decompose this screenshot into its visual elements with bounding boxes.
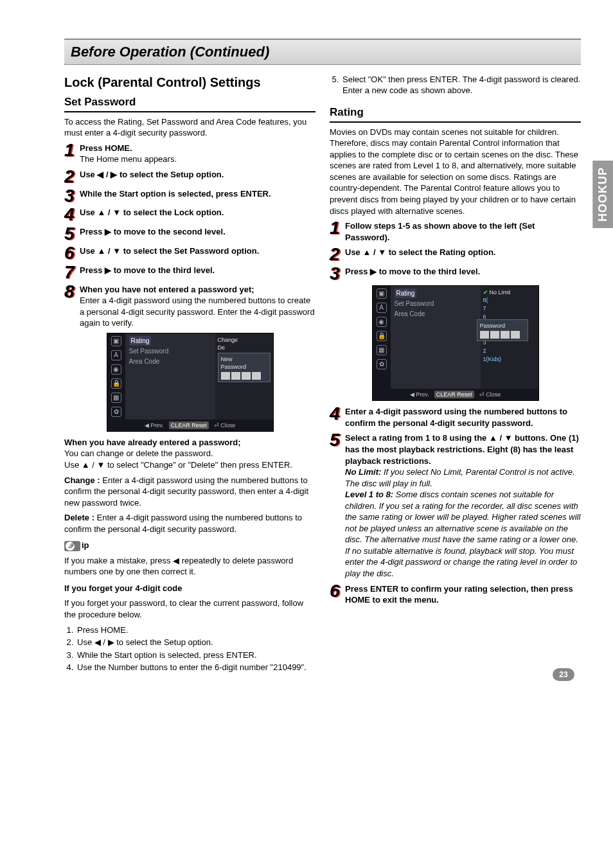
title-bar: Before Operation (Continued) (64, 39, 581, 65)
already-p2: Use ▲ / ▼ to select "Change" or "Delete"… (64, 460, 292, 470)
osd-icon: ▦ (111, 393, 121, 403)
forget-step: Use the Number buttons to enter the 6-di… (76, 662, 315, 673)
osd-icon: ◉ (377, 317, 387, 327)
forget-step5-list: Select "OK" then press ENTER. The 4-digi… (330, 74, 581, 96)
step-6: 66 Use ▲ / ▼ to select the Set Password … (64, 245, 315, 261)
delete-label: Delete : (64, 513, 97, 522)
forget-step: While the Start option is selected, pres… (76, 650, 315, 661)
step-2: 22 Use ◀ / ▶ to select the Setup option. (64, 169, 315, 184)
step-5: 55 Press ▶ to move to the second level. (64, 226, 315, 242)
osd-icon: ✿ (377, 359, 387, 369)
osd-password-popup: New Password (218, 353, 271, 382)
osd-pop-label: Password (480, 322, 525, 330)
osd-menu: Rating Set Password Area Code (391, 286, 481, 389)
tip-label: ip (82, 540, 89, 550)
osd-icon: 🔒 (377, 331, 387, 341)
osd-rating: ▣ A ◉ 🔒 ▦ ✿ Rating Set Password Area Cod… (372, 285, 539, 402)
right-column: Select "OK" then press ENTER. The 4-digi… (330, 74, 581, 675)
osd-menu-rating: Rating (129, 336, 152, 346)
rating-step-6: 66 Press ENTER to confirm your rating se… (330, 583, 581, 606)
osd-level: 7 (483, 305, 536, 312)
rating-step-3: 33 Press ▶ to move to the third level. (330, 266, 581, 281)
osd-close: ⏎ Close (214, 421, 236, 429)
osd-icon: ▣ (111, 336, 121, 346)
osd-menu-setpassword: Set Password (129, 347, 211, 356)
step-3: 33 While the Start option is selected, p… (64, 188, 315, 204)
osd-prev: ◀ Prev. (145, 421, 164, 429)
osd-menu-areacode: Area Code (395, 310, 477, 319)
level-text: Some discs contain scenes not suitable f… (345, 490, 580, 578)
osd-icon: A (111, 350, 121, 360)
already-p1: You can change or delete the password. (64, 448, 213, 458)
osd-icon: A (377, 303, 387, 313)
set-password-intro: To access the Rating, Set Password and A… (64, 116, 315, 139)
step-1: 11 Press HOME.The Home menu appears. (64, 143, 315, 165)
osd-level: 8( (483, 296, 536, 304)
osd-nolimit: No Limit (490, 289, 511, 296)
step-8: 88 When you have not entered a password … (64, 284, 315, 329)
osd-footer: ◀ Prev. CLEAR Reset ⏎ Close (373, 389, 538, 400)
subheading-rating: Rating (330, 105, 581, 123)
osd-icon: ▦ (377, 345, 387, 355)
forget-title: If you forget your 4-digit code (64, 583, 315, 594)
osd-close: ⏎ Close (479, 391, 501, 398)
forget-step-5: Select "OK" then press ENTER. The 4-digi… (341, 74, 581, 96)
forget-intro: If you forget your password, to clear th… (64, 598, 315, 620)
forget-step: Press HOME. (76, 624, 315, 636)
osd-de-label: De (218, 344, 271, 351)
osd-pop-title: New (221, 355, 267, 363)
osd-pop-label: Password (221, 363, 267, 371)
already-entered-title: When you have already entered a password… (64, 438, 241, 447)
osd-menu-rating: Rating (395, 288, 417, 299)
osd-icon: ◉ (111, 364, 121, 375)
osd-password-popup: Password (477, 319, 528, 341)
tip-icon (64, 541, 80, 551)
side-tab-hookup: HOOKUP (592, 161, 613, 228)
osd-reset: CLEAR Reset (434, 391, 474, 398)
forget-step: Use ◀ / ▶ to select the Setup option. (76, 637, 315, 648)
page-number-badge: 23 (553, 668, 574, 681)
osd-menu-areacode: Area Code (129, 357, 211, 366)
left-column: Lock (Parental Control) Settings Set Pas… (64, 74, 315, 675)
osd-icon: ✿ (111, 407, 121, 417)
osd-icon-strip: ▣ A ◉ 🔒 ▦ ✿ (107, 333, 125, 420)
rating-intro: Movies on DVDs may contain scenes not su… (330, 127, 581, 217)
forget-steps-list: Press HOME. Use ◀ / ▶ to select the Setu… (64, 624, 315, 673)
osd-level: 2 (483, 347, 536, 355)
rating-step-5: 55 Select a rating from 1 to 8 using the… (330, 432, 581, 579)
osd-set-password: ▣ A ◉ 🔒 ▦ ✿ Rating Set Password Area Cod… (107, 333, 274, 432)
heading-lock-settings: Lock (Parental Control) Settings (64, 74, 315, 91)
osd-icon: 🔒 (111, 378, 121, 389)
subheading-set-password: Set Password (64, 95, 315, 112)
rating-step-4: 44 Enter a 4-digit password using the nu… (330, 406, 581, 429)
osd-icon-strip: ▣ A ◉ 🔒 ▦ ✿ (373, 286, 391, 389)
tip-text: If you make a mistake, press ◀ repeatedl… (64, 555, 315, 578)
delete-text: Enter a 4-digit password using the numbe… (64, 513, 302, 534)
osd-icon: ▣ (377, 288, 387, 299)
level-label: Level 1 to 8: (345, 490, 393, 499)
step-7: 77 Press ▶ to move to the third level. (64, 265, 315, 280)
step-4: 44 Use ▲ / ▼ to select the Lock option. (64, 207, 315, 222)
osd-footer: ◀ Prev. CLEAR Reset ⏎ Close (107, 420, 273, 431)
osd-right-panel: ✔No Limit 8( 7 6 5 4 3 2 1(Kids) Pa (481, 286, 538, 389)
osd-menu-setpassword: Set Password (395, 299, 477, 308)
change-label: Change : (64, 475, 102, 485)
osd-prev: ◀ Prev. (410, 391, 429, 398)
osd-change-label: Change (218, 336, 271, 344)
osd-menu: Rating Set Password Area Code (125, 333, 215, 420)
osd-reset: CLEAR Reset (169, 421, 209, 429)
rating-step-2: 22 Use ▲ / ▼ to select the Rating option… (330, 247, 581, 262)
rating-step-1: 11 Follow steps 1-5 as shown above to th… (330, 220, 581, 243)
osd-right-panel: Change De New Password (215, 333, 273, 420)
no-limit-label: No Limit: (345, 467, 381, 477)
osd-level: 1(Kids) (483, 355, 536, 363)
